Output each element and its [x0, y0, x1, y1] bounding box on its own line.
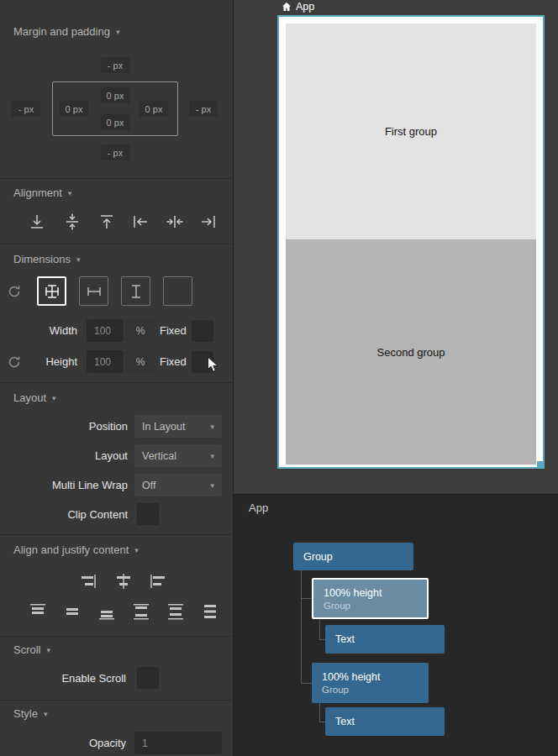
home-icon — [282, 2, 292, 12]
section-title: Scroll — [13, 643, 41, 656]
size-mode-both-button[interactable] — [37, 276, 66, 306]
mouse-cursor — [207, 356, 219, 377]
section-layout[interactable]: Layout ▾ — [13, 391, 56, 404]
enable-scroll-checkbox[interactable] — [137, 667, 159, 689]
align-content-end-icon — [78, 573, 98, 590]
justify-space-between-icon — [132, 603, 150, 620]
size-mode-height-button[interactable] — [121, 276, 150, 306]
justify-start-button[interactable] — [28, 601, 48, 622]
justify-space-evenly-button[interactable] — [200, 601, 220, 622]
justify-space-between-button[interactable] — [131, 601, 151, 622]
sync-size-button[interactable] — [7, 284, 22, 299]
properties-panel: Margin and padding ▾ - px - px - px - px… — [0, 0, 234, 756]
align-left-button[interactable] — [130, 212, 150, 232]
size-mode-none-button[interactable] — [163, 276, 192, 306]
sync-height-button[interactable] — [7, 354, 22, 370]
chevron-down-icon: ▾ — [47, 646, 51, 654]
divider — [0, 178, 234, 179]
second-group-label: Second group — [377, 346, 445, 359]
canvas-viewport[interactable]: App First group Second group — [234, 0, 558, 494]
opacity-input[interactable]: 1 — [134, 732, 222, 754]
justify-space-around-icon — [166, 603, 185, 620]
height-input[interactable]: 100 — [87, 350, 124, 373]
justify-center-button[interactable] — [62, 601, 82, 622]
node-type-label: Group — [322, 685, 429, 695]
width-unit-select[interactable]: % — [125, 319, 155, 342]
app-root: Margin and padding ▾ - px - px - px - px… — [0, 0, 558, 756]
justify-end-button[interactable] — [97, 601, 117, 622]
dropdown-value: Off — [142, 480, 155, 491]
tree-connector — [319, 703, 320, 722]
node-label: Text — [335, 716, 445, 727]
resize-handle[interactable] — [537, 461, 545, 469]
clip-content-checkbox[interactable] — [137, 503, 159, 525]
section-style[interactable]: Style ▾ — [13, 707, 47, 720]
align-content-start-button[interactable] — [148, 571, 168, 591]
align-right-button[interactable] — [198, 212, 218, 232]
position-label: Position — [25, 420, 128, 433]
padding-left-field[interactable]: 0 px — [60, 101, 88, 117]
first-group[interactable]: First group — [286, 24, 536, 239]
width-fixed-label: Fixed — [160, 324, 190, 337]
node-label: Text — [335, 633, 445, 645]
section-dimensions[interactable]: Dimensions ▾ — [13, 253, 80, 265]
align-top-icon — [97, 212, 117, 232]
tree-node-text-1[interactable]: Text — [325, 625, 445, 654]
size-mode-width-button[interactable] — [79, 276, 108, 306]
padding-right-field[interactable]: 0 px — [140, 101, 168, 117]
padding-bottom-field[interactable]: 0 px — [101, 114, 129, 130]
height-unit-select[interactable]: % — [125, 350, 155, 373]
tree-node-first-group-selected[interactable]: 100% height Group — [312, 578, 429, 619]
section-margin-padding[interactable]: Margin and padding ▾ — [13, 25, 119, 38]
first-group-label: First group — [385, 125, 437, 138]
breadcrumb[interactable]: App — [282, 1, 314, 13]
align-center-horizontal-button[interactable] — [165, 212, 185, 232]
chevron-down-icon: ▾ — [52, 394, 56, 402]
node-label: Group — [303, 551, 413, 563]
width-fixed-checkbox[interactable] — [192, 320, 213, 342]
resize-width-icon — [86, 283, 103, 300]
align-bottom-button[interactable] — [27, 212, 47, 232]
tree-node-group-root[interactable]: Group — [293, 543, 413, 570]
margin-top-field[interactable]: - px — [101, 57, 129, 73]
align-content-center-button[interactable] — [113, 571, 134, 591]
layout-dropdown[interactable]: Vertical ▾ — [134, 444, 222, 467]
node-label: 100% height — [324, 587, 427, 599]
align-center-vertical-icon — [62, 212, 82, 232]
align-center-vertical-button[interactable] — [62, 212, 82, 232]
section-title: Align and justify content — [13, 543, 129, 556]
justify-space-around-button[interactable] — [166, 601, 186, 622]
padding-top-field[interactable]: 0 px — [101, 87, 129, 103]
multi-line-wrap-dropdown[interactable]: Off ▾ — [134, 474, 222, 496]
section-scroll[interactable]: Scroll ▾ — [13, 643, 50, 656]
justify-space-evenly-icon — [201, 603, 219, 620]
divider — [0, 382, 234, 383]
height-label: Height — [34, 355, 77, 368]
margin-left-field[interactable]: - px — [12, 101, 40, 117]
app-frame[interactable]: First group Second group — [277, 15, 545, 469]
chevron-down-icon: ▾ — [44, 710, 48, 718]
section-alignment[interactable]: Alignment ▾ — [13, 186, 71, 199]
justify-end-icon — [97, 603, 116, 620]
chevron-down-icon: ▾ — [116, 28, 120, 36]
section-align-justify[interactable]: Align and justify content ▾ — [13, 543, 139, 556]
second-group[interactable]: Second group — [286, 239, 536, 465]
position-dropdown[interactable]: In Layout ▾ — [134, 415, 222, 438]
divider — [0, 244, 234, 244]
section-title: Dimensions — [13, 253, 71, 265]
tree-node-second-group[interactable]: 100% height Group — [312, 663, 429, 703]
section-title: Style — [13, 707, 38, 720]
height-fixed-label: Fixed — [160, 355, 190, 368]
dropdown-value: Vertical — [142, 450, 176, 462]
align-bottom-icon — [27, 212, 47, 232]
opacity-label: Opacity — [25, 737, 126, 749]
margin-right-field[interactable]: - px — [189, 101, 218, 117]
tree-node-text-2[interactable]: Text — [325, 707, 445, 736]
align-content-end-button[interactable] — [78, 571, 98, 591]
align-top-button[interactable] — [97, 212, 117, 232]
justify-start-icon — [29, 603, 47, 620]
margin-bottom-field[interactable]: - px — [101, 144, 129, 160]
width-input[interactable]: 100 — [87, 319, 124, 342]
tree-connector — [319, 619, 320, 639]
node-tree-panel: App Group 100% height Group Text 100% he… — [234, 494, 558, 756]
